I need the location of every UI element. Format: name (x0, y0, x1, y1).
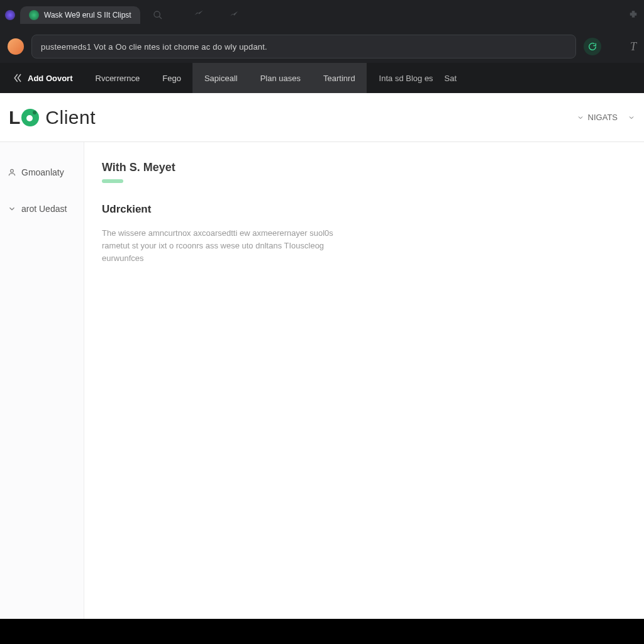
svg-line-1 (159, 16, 162, 19)
nav-right-2[interactable]: Sat (445, 74, 457, 83)
extensions-icon[interactable] (628, 9, 639, 21)
title-accent (102, 179, 123, 183)
browser-tab-strip: Wask We9 erul S IIt Clipst (0, 0, 644, 30)
chevron-down-icon (8, 204, 16, 213)
brand-logo-dot (21, 109, 39, 126)
nav-primary[interactable]: Add Oovort (0, 63, 84, 93)
nav-item-3[interactable]: Sapiceall (193, 63, 249, 93)
brand-mark: L (9, 107, 40, 128)
brand-letter-l: L (9, 107, 20, 128)
nav-item-1[interactable]: Rvcerrernce (84, 63, 152, 93)
brand[interactable]: L Client (9, 107, 96, 128)
sidebar: Gmoanlaty arot Uedast (0, 142, 84, 619)
section-title: Udrckient (102, 203, 626, 216)
app-nav: Add Oovort Rvcerrernce Fego Sapiceall Pl… (0, 63, 644, 93)
app-header: L Client NIGATS (0, 93, 644, 142)
reload-icon[interactable] (584, 38, 601, 55)
tab-favicon (29, 10, 39, 20)
sidebar-item-1[interactable]: arot Uedast (0, 197, 84, 220)
nav-item-2[interactable]: Fego (151, 63, 192, 93)
brand-name: Client (45, 107, 96, 128)
svg-point-2 (11, 169, 14, 172)
window-favicon (5, 10, 15, 20)
page-title: With S. Meyet (102, 161, 626, 174)
svg-point-0 (154, 11, 160, 17)
nav-right-1[interactable]: Inta sd Blog es (379, 74, 433, 83)
nav-item-5[interactable]: Teartinrd (312, 63, 367, 93)
pinned-tab-icon-1[interactable] (193, 9, 204, 21)
user-icon (8, 168, 16, 177)
browser-address-row: pusteemeds1 Vot a Oo clie ntes iot chome… (0, 30, 644, 63)
nav-primary-label: Add Oovort (28, 74, 73, 83)
share-icon[interactable] (609, 40, 623, 53)
browser-tab-active[interactable]: Wask We9 erul S IIt Clipst (20, 6, 140, 24)
header-dropdown-1[interactable]: NIGATS (577, 113, 618, 122)
header-dropdown-1-label: NIGATS (588, 113, 618, 122)
address-bar[interactable]: pusteemeds1 Vot a Oo clie ntes iot chome… (31, 35, 576, 58)
nav-item-4[interactable]: Plan uases (249, 63, 312, 93)
sidebar-item-label: Gmoanlaty (21, 167, 64, 177)
tab-title: Wask We9 erul S IIt Clipst (44, 11, 131, 19)
pinned-tab-icon-2[interactable] (228, 9, 240, 21)
nav-right-group: Inta sd Blog es Sat (379, 63, 457, 93)
content-area: With S. Meyet Udrckient The wissere amnc… (84, 142, 644, 619)
address-text: pusteemeds1 Vot a Oo clie ntes iot chome… (41, 42, 267, 52)
sidebar-item-label: arot Uedast (21, 204, 67, 214)
header-right: NIGATS (577, 113, 635, 122)
footer-bar (0, 619, 644, 644)
section-body: The wissere amncurtnox axcoarsedtti ew a… (102, 227, 360, 265)
app-body: Gmoanlaty arot Uedast With S. Meyet Udrc… (0, 142, 644, 619)
header-dropdown-2[interactable] (628, 114, 635, 121)
nav-primary-icon (11, 72, 23, 84)
sidebar-item-0[interactable]: Gmoanlaty (0, 161, 84, 184)
tab-search-icon[interactable] (153, 10, 163, 20)
profile-avatar[interactable] (8, 38, 24, 55)
menu-icon[interactable]: T (630, 40, 636, 53)
